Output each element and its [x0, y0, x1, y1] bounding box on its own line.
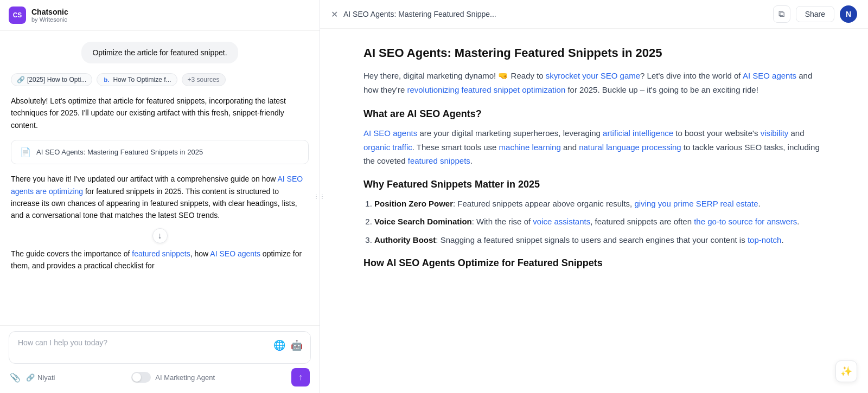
right-header-right: ⧉ Share N — [773, 5, 857, 23]
ai-response-1: Absolutely! Let's optimize that article … — [11, 95, 309, 131]
artifact-title: AI SEO Agents: Mastering Featured Snippe… — [36, 148, 203, 156]
ai-marketing-toggle[interactable] — [131, 372, 151, 383]
scroll-down-button[interactable]: ↓ — [152, 228, 168, 243]
app-name: Chatsonic — [31, 8, 68, 16]
article-intro: Hey there, digital marketing dynamo! 🤜 R… — [363, 69, 825, 96]
user-avatar: N — [840, 5, 857, 23]
attachment-button[interactable]: 📎 — [10, 372, 21, 383]
article-title: AI SEO Agents: Mastering Featured Snippe… — [363, 46, 825, 60]
right-content[interactable]: AI SEO Agents: Mastering Featured Snippe… — [320, 29, 868, 393]
copy-button[interactable]: ⧉ — [773, 5, 790, 23]
source-chip-1[interactable]: 🔗 [2025] How to Opti... — [11, 73, 92, 86]
web-search-icon[interactable]: 🌐 — [272, 338, 286, 352]
sources-row: 🔗 [2025] How to Opti... b. How To Optimi… — [11, 73, 309, 86]
wand-icon: ✨ — [840, 365, 852, 377]
right-panel-title: AI SEO Agents: Mastering Featured Snippe… — [343, 10, 496, 18]
artifact-card[interactable]: 📄 AI SEO Agents: Mastering Featured Snip… — [11, 140, 309, 164]
magic-wand-button[interactable]: ✨ — [835, 360, 857, 382]
user-message: Optimize the article for featured snippe… — [81, 42, 238, 63]
send-icon: ↑ — [298, 372, 303, 382]
ai-response-2: There you have it! I've updated our arti… — [11, 173, 309, 222]
right-panel-wrap: ✕ AI SEO Agents: Mastering Featured Snip… — [320, 0, 868, 393]
link-small-icon: 🔗 — [26, 373, 35, 382]
source-chip-more[interactable]: +3 sources — [182, 73, 226, 86]
list-item-1: Position Zero Power: Featured snippets a… — [374, 197, 825, 211]
app-subtitle: by Writesonic — [31, 16, 68, 23]
drag-handle[interactable]: ⋮⋮ — [316, 186, 323, 208]
input-bottom: 📎 🔗 Niyati AI Marketing Agent ↑ — [9, 368, 311, 386]
share-button[interactable]: Share — [796, 6, 834, 22]
app-logo: CS — [9, 7, 26, 24]
doc-icon: 📄 — [20, 147, 31, 157]
app-header: CS Chatsonic by Writesonic — [0, 0, 320, 31]
source-label-1: [2025] How to Opti... — [27, 76, 86, 83]
section1-heading: What are AI SEO Agents? — [363, 108, 825, 120]
chat-area[interactable]: Optimize the article for featured snippe… — [0, 31, 320, 325]
list-item-2: Voice Search Domination: With the rise o… — [374, 215, 825, 229]
left-panel: CS Chatsonic by Writesonic Optimize the … — [0, 0, 320, 393]
user-label-btn[interactable]: 🔗 Niyati — [26, 373, 55, 382]
section2-heading: Why Featured Snippets Matter in 2025 — [363, 179, 825, 190]
ai-icon[interactable]: 🤖 — [290, 338, 304, 352]
featured-snippets-list: Position Zero Power: Featured snippets a… — [363, 197, 825, 247]
scroll-indicator: ↓ — [11, 228, 309, 243]
ai-response-1-text: Absolutely! Let's optimize that article … — [11, 96, 286, 130]
input-bottom-left: 📎 🔗 Niyati — [10, 372, 55, 383]
list-item-3: Authority Boost: Snagging a featured sni… — [374, 233, 825, 247]
user-message-wrap: Optimize the article for featured snippe… — [11, 42, 309, 63]
section3-heading: How AI SEO Agents Optimize for Featured … — [363, 257, 825, 269]
source-chip-2[interactable]: b. How To Optimize f... — [97, 73, 177, 86]
close-button[interactable]: ✕ — [331, 9, 338, 20]
bing-icon: b. — [103, 76, 110, 83]
username-label: Niyati — [37, 373, 55, 382]
chat-input[interactable]: How can I help you today? — [18, 338, 283, 347]
toggle-label: AI Marketing Agent — [155, 373, 215, 382]
right-header-left: ✕ AI SEO Agents: Mastering Featured Snip… — [331, 9, 496, 20]
link-icon: 🔗 — [17, 76, 24, 83]
input-area: How can I help you today? 🌐 🤖 📎 🔗 Niyati… — [0, 325, 320, 393]
right-header: ✕ AI SEO Agents: Mastering Featured Snip… — [320, 0, 868, 29]
copy-icon: ⧉ — [778, 9, 784, 19]
toggle-wrap: AI Marketing Agent — [131, 372, 215, 383]
source-label-2: How To Optimize f... — [113, 76, 171, 83]
input-icons: 🌐 🤖 — [272, 338, 304, 352]
app-title-group: Chatsonic by Writesonic — [31, 8, 68, 23]
section1-para: AI SEO agents are your digital marketing… — [363, 126, 825, 168]
send-button[interactable]: ↑ — [291, 368, 310, 386]
chevron-down-icon: ↓ — [158, 231, 162, 241]
ai-response-3: The guide covers the importance of featu… — [11, 248, 309, 272]
source-more-label: +3 sources — [188, 76, 220, 83]
right-panel: ✕ AI SEO Agents: Mastering Featured Snip… — [320, 0, 868, 393]
